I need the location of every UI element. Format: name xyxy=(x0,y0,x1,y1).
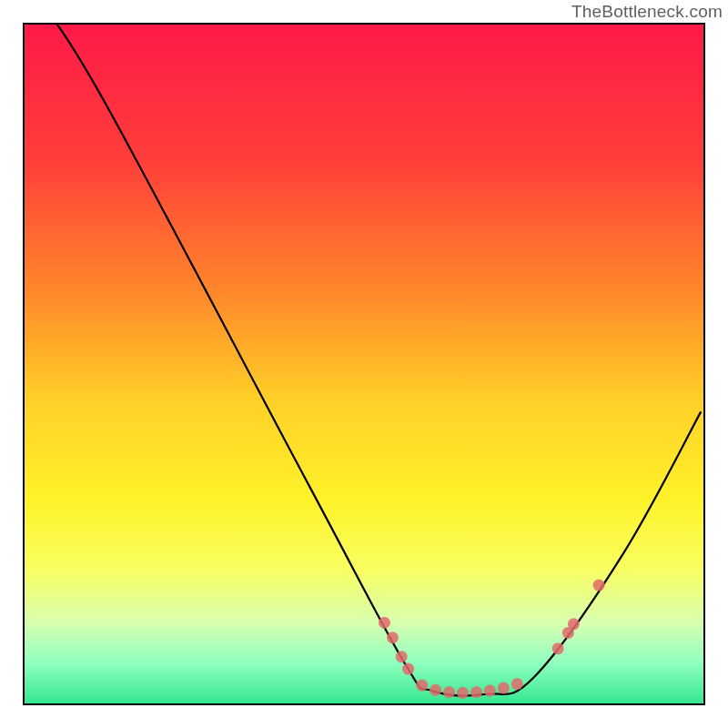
data-point xyxy=(387,632,399,643)
chart-container: TheBottleneck.com xyxy=(0,0,728,728)
gradient-background xyxy=(24,24,704,704)
data-point xyxy=(484,685,496,697)
data-point xyxy=(593,580,605,592)
watermark-text: TheBottleneck.com xyxy=(571,2,723,22)
data-point xyxy=(457,687,469,699)
bottleneck-chart xyxy=(0,0,728,728)
data-point xyxy=(470,686,482,698)
data-point xyxy=(552,642,564,654)
data-point xyxy=(498,682,510,694)
data-point xyxy=(443,686,455,698)
data-point xyxy=(416,680,428,692)
data-point xyxy=(396,651,408,662)
data-point xyxy=(379,617,390,629)
data-point xyxy=(511,678,523,690)
data-point xyxy=(568,618,580,630)
data-point xyxy=(430,684,441,696)
data-point xyxy=(402,663,414,675)
